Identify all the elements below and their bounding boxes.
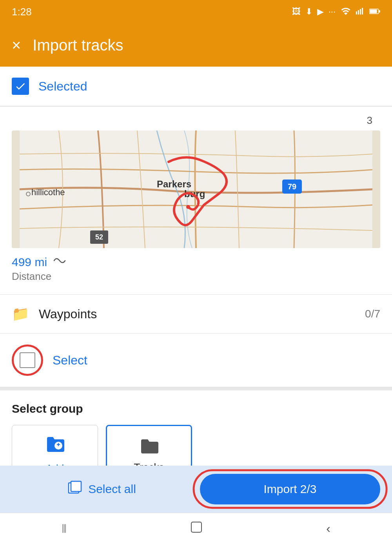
svg-rect-2 bbox=[360, 9, 361, 15]
svg-rect-22 bbox=[191, 522, 201, 532]
import-button[interactable]: Import 2/3 bbox=[200, 474, 380, 504]
svg-text:hillicothe: hillicothe bbox=[31, 187, 65, 197]
svg-rect-19 bbox=[58, 443, 59, 446]
recent-apps-icon[interactable]: ⦀ bbox=[62, 521, 67, 536]
distance-value: 499 mi bbox=[12, 256, 47, 269]
svg-rect-6 bbox=[379, 10, 380, 13]
svg-rect-5 bbox=[370, 10, 377, 13]
more-icon: ··· bbox=[328, 7, 336, 17]
photo-icon: 🖼 bbox=[292, 7, 301, 17]
svg-rect-3 bbox=[362, 8, 363, 15]
svg-text:Parkers: Parkers bbox=[157, 179, 191, 189]
map-roads-svg: hillicothe Parkers burg 79 52 bbox=[12, 131, 380, 248]
download-icon: ⬇ bbox=[305, 7, 312, 17]
distance-label: Distance bbox=[12, 270, 380, 283]
battery-icon bbox=[369, 7, 380, 17]
svg-rect-21 bbox=[71, 481, 81, 491]
map-card: 3 hillicothe Parkers burg bbox=[0, 107, 392, 294]
selected-checkbox[interactable] bbox=[12, 78, 29, 95]
select-checkbox[interactable] bbox=[20, 352, 35, 368]
selected-row[interactable]: Selected bbox=[0, 67, 392, 106]
svg-text:79: 79 bbox=[288, 182, 296, 191]
home-icon[interactable] bbox=[190, 520, 203, 537]
import-btn-wrapper: Import 2/3 bbox=[200, 474, 380, 504]
select-label: Select bbox=[53, 353, 87, 368]
status-bar: 1:28 🖼 ⬇ ▶ ··· bbox=[0, 0, 392, 24]
select-all-icon bbox=[68, 481, 82, 498]
select-checkbox-wrapper[interactable] bbox=[12, 345, 43, 376]
tracks-folder-icon bbox=[139, 435, 159, 457]
select-all-label: Select all bbox=[88, 482, 136, 496]
status-time: 1:28 bbox=[12, 6, 32, 18]
svg-point-16 bbox=[186, 205, 190, 209]
signal-icon bbox=[356, 7, 365, 17]
youtube-icon: ▶ bbox=[317, 7, 324, 17]
back-icon[interactable]: ‹ bbox=[326, 521, 330, 536]
selected-label: Selected bbox=[38, 79, 87, 94]
divider-2 bbox=[0, 387, 392, 390]
close-button[interactable]: × bbox=[12, 36, 21, 54]
select-group-title: Select group bbox=[12, 402, 380, 415]
waypoints-label: Waypoints bbox=[39, 307, 356, 321]
waypoints-row[interactable]: 📁 Waypoints 0/7 bbox=[0, 294, 392, 334]
distance-row: 499 mi bbox=[12, 255, 380, 269]
app-bar-title: Import tracks bbox=[33, 36, 123, 54]
nav-bar: ⦀ ‹ bbox=[0, 513, 392, 544]
svg-rect-1 bbox=[358, 10, 359, 15]
folder-icon: 📁 bbox=[12, 306, 29, 322]
select-row[interactable]: Select bbox=[0, 334, 392, 387]
svg-text:52: 52 bbox=[95, 233, 103, 241]
waypoints-count: 0/7 bbox=[365, 308, 380, 320]
map-number: 3 bbox=[12, 114, 380, 127]
bottom-bar: Select all Import 2/3 bbox=[0, 466, 392, 513]
map-container: hillicothe Parkers burg 79 52 bbox=[12, 131, 380, 248]
route-icon bbox=[53, 255, 67, 269]
select-all-button[interactable]: Select all bbox=[12, 473, 192, 505]
status-icons: 🖼 ⬇ ▶ ··· bbox=[292, 6, 380, 17]
add-folder-icon bbox=[45, 435, 65, 458]
wifi-icon bbox=[340, 6, 351, 17]
svg-rect-0 bbox=[356, 11, 357, 15]
app-bar: × Import tracks bbox=[0, 24, 392, 67]
